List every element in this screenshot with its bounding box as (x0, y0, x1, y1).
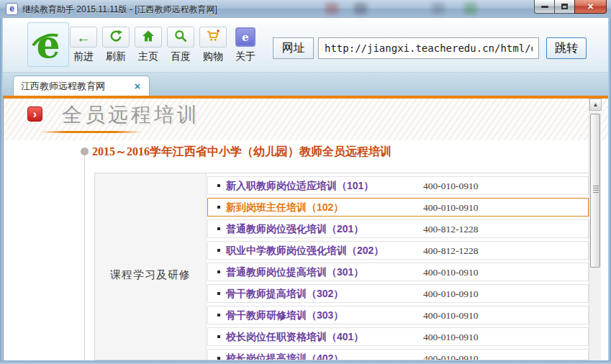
refresh-button[interactable]: 刷新 (100, 27, 132, 63)
bullet-icon (217, 206, 220, 209)
bullet-icon (217, 249, 220, 252)
bullet-icon (217, 314, 220, 317)
window-border-right (608, 18, 611, 364)
course-phone: 400-010-0910 (423, 332, 479, 343)
url-label: 网址 (273, 37, 314, 59)
course-row-201[interactable]: 普通教师岗位强化培训（201） 400-812-1228 (207, 219, 589, 238)
baidu-button-label: 百度 (165, 50, 196, 63)
window-title: 继续教育助手 2015.11.11版 - [江西教师远程教育网] (22, 4, 217, 16)
course-row-402[interactable]: 校长岗位提高培训（402） 400-010-0910 (207, 349, 589, 360)
tab-label: 江西教师远程教育网 (21, 80, 133, 93)
maximize-button[interactable] (555, 0, 574, 14)
course-phone: 400-812-1228 (423, 224, 479, 235)
bullet-icon (217, 357, 220, 360)
scrollbar-grip-icon (593, 188, 599, 188)
forward-button-label: 前进 (68, 50, 99, 63)
tab-close-icon[interactable]: × (133, 81, 142, 91)
course-row-401[interactable]: 校长岗位任职资格培训（401） 400-010-0910 (207, 327, 589, 346)
forward-button[interactable]: ← 前进 (68, 27, 99, 63)
tab-jiangxi-teacher-edu[interactable]: 江西教师远程教育网 × (13, 76, 150, 96)
window-border-bottom (0, 360, 611, 364)
browser-logo[interactable]: e (27, 22, 69, 67)
bullet-icon (217, 227, 220, 230)
course-row-202[interactable]: 职业中学教师岗位强化培训（202） 400-812-1228 (207, 241, 589, 260)
course-row-102[interactable]: 新到岗班主任培训（102） 400-010-0910 (207, 198, 589, 217)
close-button[interactable]: × (574, 0, 607, 14)
home-button-label: 主页 (132, 50, 164, 63)
home-button[interactable]: 主页 (132, 27, 164, 63)
section-title: 全员远程培训 (62, 101, 200, 129)
scroll-up-button[interactable]: ▲ (589, 99, 602, 111)
minimize-button[interactable] (534, 0, 555, 14)
bullet-icon (217, 292, 220, 295)
cart-icon (205, 29, 221, 46)
tab-bar: 江西教师远程教育网 × (3, 73, 608, 96)
course-link[interactable]: 骨干教师研修培训（303） (226, 309, 343, 322)
refresh-icon (109, 29, 123, 46)
category-cell: 课程学习及研修 (95, 173, 207, 360)
course-row-302[interactable]: 骨干教师提高培训（302） 400-010-0910 (207, 284, 589, 303)
course-row-101[interactable]: 新入职教师岗位适应培训（101） 400-010-0910 (207, 176, 589, 195)
course-link[interactable]: 骨干教师提高培训（302） (226, 288, 343, 301)
course-link[interactable]: 校长岗位任职资格培训（401） (226, 331, 363, 344)
course-link[interactable]: 普通教师岗位提高培训（301） (226, 266, 363, 279)
app-window: e 继续教育助手 2015.11.11版 - [江西教师远程教育网] × e ←… (0, 0, 611, 364)
course-link[interactable]: 普通教师岗位强化培训（201） (226, 223, 363, 236)
about-button-label: 关于 (230, 50, 261, 63)
close-icon: × (587, 1, 593, 12)
glass-reflection (325, 3, 338, 14)
course-phone: 400-010-0910 (423, 310, 479, 322)
course-phone: 400-010-0910 (423, 181, 479, 192)
section-chevron-icon: › (27, 106, 42, 122)
course-link[interactable]: 职业中学教师岗位强化培训（202） (226, 245, 384, 258)
maximize-icon (561, 4, 568, 9)
glass-reflection (354, 3, 367, 14)
refresh-button-label: 刷新 (100, 50, 132, 63)
vertical-scrollbar[interactable]: ▲ (589, 99, 601, 360)
back-arrow-icon: ← (76, 30, 91, 45)
training-list-title: 2015～2016学年江西省中小学（幼儿园）教师全员远程培训 (92, 145, 392, 160)
toolbar: e ← 前进 刷新 主页 百度 (3, 18, 608, 73)
baidu-search-button[interactable]: 百度 (165, 27, 196, 63)
section-underline (40, 131, 142, 133)
scrollbar-thumb[interactable] (590, 114, 600, 268)
course-table: 课程学习及研修 新入职教师岗位适应培训（101） 400-010-0910 新到… (94, 173, 591, 360)
course-link[interactable]: 新入职教师岗位适应培训（101） (226, 180, 374, 193)
bullet-icon (217, 335, 220, 338)
course-row-303[interactable]: 骨干教师研修培训（303） 400-010-0910 (207, 306, 589, 324)
list-bullet-icon (81, 147, 89, 155)
about-icon: e (235, 27, 255, 47)
search-icon (173, 29, 188, 46)
course-phone: 400-010-0910 (423, 288, 479, 300)
course-link[interactable]: 新到岗班主任培训（102） (226, 201, 343, 214)
app-logo-icon: e (6, 3, 18, 15)
about-button[interactable]: e 关于 (230, 27, 261, 63)
course-phone: 400-010-0910 (423, 202, 479, 214)
url-input[interactable] (318, 37, 539, 59)
course-link[interactable]: 校长岗位提高培训（402） (226, 352, 343, 360)
minimize-icon (541, 6, 548, 8)
glass-reflection (464, 3, 477, 14)
titlebar[interactable]: e 继续教育助手 2015.11.11版 - [江西教师远程教育网] × (0, 0, 611, 18)
course-rows: 新入职教师岗位适应培训（101） 400-010-0910 新到岗班主任培训（1… (207, 176, 589, 360)
window-controls: × (534, 0, 607, 14)
shopping-button-label: 购物 (197, 50, 229, 63)
page-content: › 全员远程培训 2015～2016学年江西省中小学（幼儿园）教师全员远程培训 … (3, 96, 608, 360)
timeline-line (84, 156, 85, 360)
course-row-301[interactable]: 普通教师岗位提高培训（301） 400-010-0910 (207, 263, 589, 281)
bullet-icon (217, 184, 220, 187)
shopping-button[interactable]: 购物 (197, 27, 229, 63)
bullet-icon (217, 270, 220, 273)
glass-reflection (432, 3, 445, 14)
course-phone: 400-010-0910 (423, 353, 479, 360)
category-label: 课程学习及研修 (95, 268, 206, 282)
go-button[interactable]: 跳转 (546, 37, 587, 59)
course-phone: 400-010-0910 (423, 267, 479, 278)
home-icon (141, 29, 155, 46)
course-phone: 400-812-1228 (423, 245, 479, 257)
window-border-left (0, 18, 3, 364)
